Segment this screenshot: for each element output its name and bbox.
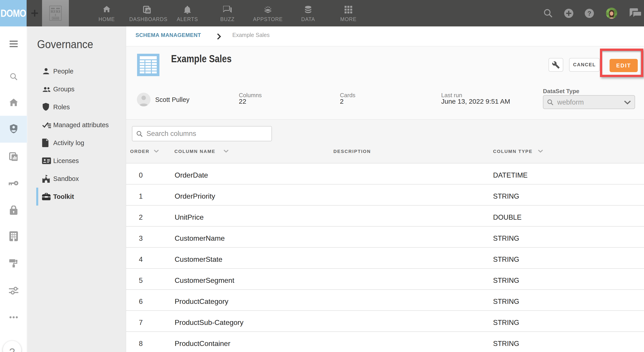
svg-text:?: ? xyxy=(587,10,591,17)
svg-text:?: ? xyxy=(9,346,15,352)
